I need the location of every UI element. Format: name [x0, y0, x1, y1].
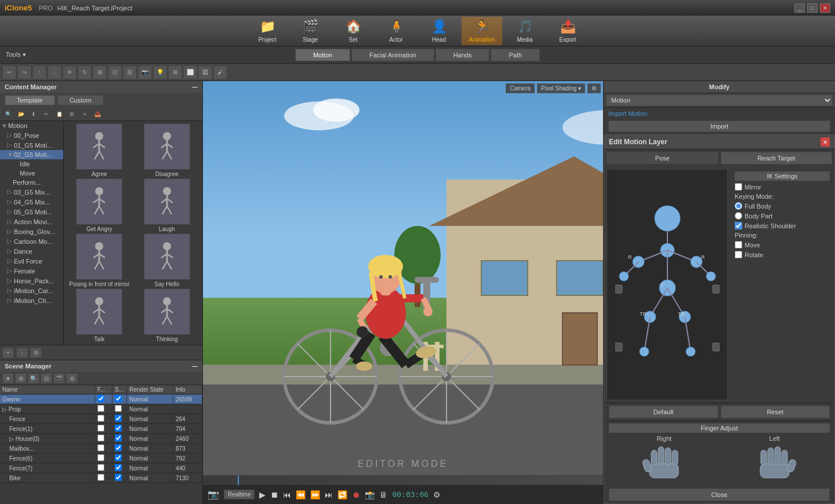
tree-item-female[interactable]: ▷ Female	[0, 266, 63, 276]
tree-item-perform[interactable]: Perform...	[0, 178, 63, 187]
cm-tool-2[interactable]: 📂	[15, 109, 27, 119]
undo-button[interactable]: ↩	[2, 65, 16, 79]
toolbar-head[interactable]: 👤 Head	[419, 17, 459, 45]
tree-item-imotion-car[interactable]: ▷ iMotion_Car...	[0, 286, 63, 295]
close-dialog-button[interactable]: Close	[609, 488, 830, 501]
eml-tab-pose[interactable]: Pose	[607, 152, 718, 165]
eml-tab-reach-target[interactable]: Reach Target	[721, 152, 833, 165]
tree-item-04g5[interactable]: ▷ 04_G5 Mix...	[0, 197, 63, 207]
viewport-settings[interactable]: ⚙	[587, 83, 601, 93]
timeline-thumb[interactable]	[238, 476, 239, 485]
tab-path[interactable]: Path	[491, 49, 540, 61]
cm-tool-8[interactable]: 📥	[92, 109, 103, 119]
tab-hands[interactable]: Hands	[435, 49, 490, 61]
sm-f-check-3[interactable]	[97, 425, 104, 432]
grid-item-6[interactable]: Talk	[66, 288, 133, 342]
motion-dropdown[interactable]: Motion	[606, 94, 833, 106]
sm-tool-search[interactable]: 🔍	[28, 373, 39, 384]
stop-button[interactable]: ⏹	[270, 490, 278, 499]
tree-item-action[interactable]: ▷ Action Movi...	[0, 217, 63, 227]
sm-row-0[interactable]: Gwynn Normal 26589	[0, 395, 202, 404]
move-checkbox[interactable]	[735, 241, 742, 249]
tree-item-move[interactable]: Move	[0, 169, 63, 178]
reset-button[interactable]: Reset	[721, 406, 830, 418]
toolbar-export[interactable]: 📤 Export	[547, 17, 588, 45]
toolbar-project[interactable]: 📁 Project	[247, 17, 288, 45]
minimize-button[interactable]: _	[794, 3, 805, 13]
default-button[interactable]: Default	[609, 406, 718, 418]
sm-row-1[interactable]: ▷ Prop Normal	[0, 404, 202, 414]
cm-tool-3[interactable]: ⬇	[28, 109, 39, 119]
sm-tool-anim[interactable]: 🎬	[53, 373, 65, 384]
grid-item-5[interactable]: Say Hello	[134, 233, 201, 287]
sm-s-check-3[interactable]	[115, 425, 122, 432]
tree-item-motion[interactable]: ▼ Motion	[0, 121, 63, 130]
tab-motion[interactable]: Motion	[295, 49, 350, 61]
tree-item-boxing[interactable]: ▷ Boxing_Glov...	[0, 227, 63, 236]
toolbar-actor[interactable]: 🧍 Actor	[376, 17, 416, 45]
sm-tool-settings[interactable]: ⚙	[66, 373, 78, 384]
play-button[interactable]: ▶	[259, 490, 266, 499]
realtime-button[interactable]: Realtime	[224, 490, 255, 499]
sm-f-check-4[interactable]	[97, 434, 104, 441]
cm-settings-button[interactable]: ⚙	[30, 348, 42, 358]
move-button[interactable]: ↑	[32, 65, 46, 79]
sm-s-check-5[interactable]	[115, 444, 122, 451]
toolbar-stage[interactable]: 🎬 Stage	[290, 17, 331, 45]
tree-item-imotion-ch[interactable]: ▷ iMotion_Ch...	[0, 295, 63, 305]
mirror-checkbox[interactable]	[735, 183, 742, 191]
close-button[interactable]: ✕	[820, 3, 830, 13]
cm-add-button[interactable]: +	[2, 348, 14, 358]
content-manager-collapse[interactable]: —	[192, 84, 198, 90]
toolbar-media[interactable]: 🎵 Media	[504, 17, 545, 45]
prev-button[interactable]: ⏪	[296, 490, 306, 499]
tree-item-cartoon[interactable]: ▷ Cartoon Mo...	[0, 236, 63, 246]
sm-tool-props[interactable]: ⊟	[41, 373, 52, 384]
paint-button[interactable]: 🖌	[213, 65, 227, 79]
sm-s-check-0[interactable]	[115, 395, 122, 402]
tools-menu[interactable]: Tools ▾	[6, 51, 26, 59]
cm-tool-6[interactable]: ⊞	[66, 109, 78, 119]
tree-item-02g5[interactable]: ▼ 02_G5 Moti...	[0, 150, 63, 159]
tab-facial[interactable]: Facial Animation	[351, 49, 434, 61]
sm-f-check-6[interactable]	[97, 454, 104, 461]
maximize-button[interactable]: □	[807, 3, 818, 13]
render-button[interactable]: 🖼	[198, 65, 212, 79]
sm-s-check-2[interactable]	[115, 415, 122, 422]
tree-item-00pose[interactable]: ▷ 00_Pose	[0, 130, 63, 140]
sm-row-2[interactable]: Fence Normal 264	[0, 414, 202, 424]
import-motion-link[interactable]: Import Motion	[604, 108, 835, 119]
move-down-button[interactable]: ↓	[48, 65, 61, 79]
redo-button[interactable]: ↪	[17, 65, 31, 79]
cm-tool-5[interactable]: 📋	[53, 109, 65, 119]
cm-tool-7[interactable]: ≡	[79, 109, 90, 119]
toolbar-set[interactable]: 🏠 Set	[333, 17, 373, 45]
sm-s-check-8[interactable]	[115, 474, 122, 481]
light-button[interactable]: 💡	[153, 65, 167, 79]
grid-item-3[interactable]: Laugh	[134, 178, 201, 232]
grid-item-4[interactable]: Posing in front of mirror	[66, 233, 133, 287]
prev-frame-button[interactable]: ⏮	[283, 490, 291, 499]
shading-dropdown[interactable]: Pixel Shading ▾	[537, 83, 585, 93]
toolbar-animation[interactable]: 🏃 Animation	[462, 17, 502, 45]
sm-f-check-5[interactable]	[97, 444, 104, 451]
cm-remove-button[interactable]: -	[16, 348, 28, 358]
tree-item-05g5[interactable]: ▷ 05_G5 Moti...	[0, 207, 63, 217]
sm-tool-group[interactable]: ⊞	[15, 373, 27, 384]
capture-button[interactable]: 📸	[365, 490, 375, 499]
sm-row-8[interactable]: Bike Normal 7130	[0, 473, 202, 483]
tree-item-dance[interactable]: ▷ Dance	[0, 246, 63, 256]
rotate-checkbox[interactable]	[735, 251, 742, 258]
body-part-radio[interactable]	[735, 212, 742, 220]
grid-item-1[interactable]: Disagree	[134, 123, 201, 177]
grid-item-2[interactable]: Get Angry	[66, 178, 133, 232]
next-frame-button[interactable]: ⏭	[325, 490, 333, 499]
timeline-settings-button[interactable]: ⚙	[433, 490, 441, 499]
sm-s-check-4[interactable]	[115, 434, 122, 441]
sm-s-check-1[interactable]	[115, 405, 122, 412]
sm-f-check-7[interactable]	[97, 464, 104, 471]
tree-item-03g5[interactable]: ▷ 03_G5 Mix...	[0, 187, 63, 197]
tree-item-horse[interactable]: ▷ Horse_Pack...	[0, 276, 63, 286]
grid-button[interactable]: ⊞	[168, 65, 182, 79]
full-body-radio[interactable]	[735, 202, 742, 210]
